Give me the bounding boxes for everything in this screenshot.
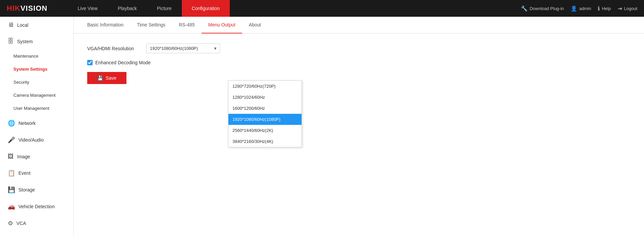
resolution-select-wrapper: 1280*720/60Hz(720P) 1280*1024/60Hz 1600*…	[146, 44, 220, 53]
enhanced-decoding-label: Enhanced Decoding Mode	[95, 60, 151, 65]
dropdown-item-4k[interactable]: 3840*2160/30Hz(4K)	[228, 136, 302, 147]
sidebar-item-system-settings[interactable]: System Settings	[0, 63, 73, 76]
nav-playback[interactable]: Playback	[108, 0, 147, 17]
sidebar-item-local[interactable]: 🖥 Local	[0, 17, 73, 33]
download-plugin-button[interactable]: 🔧 Download Plug-in	[521, 5, 564, 12]
help-icon: ℹ	[598, 5, 600, 12]
nav-configuration[interactable]: Configuration	[182, 0, 230, 17]
logout-button[interactable]: ⇥ Logout	[618, 5, 637, 12]
sidebar-item-face-picture-library[interactable]: 👤 Face Picture Library	[0, 232, 73, 236]
network-icon: 🌐	[8, 120, 15, 127]
dropdown-item-2k[interactable]: 2560*1440/60Hz(2K)	[228, 125, 302, 136]
tabs-bar: Basic Information Time Settings RS-485 M…	[74, 17, 644, 33]
help-button[interactable]: ℹ Help	[598, 5, 611, 12]
dropdown-item-1024[interactable]: 1280*1024/60Hz	[228, 92, 302, 103]
dropdown-item-1200[interactable]: 1600*1200/60Hz	[228, 103, 302, 114]
sidebar-item-event[interactable]: 📋 Event	[0, 165, 73, 181]
admin-button[interactable]: 👤 admin	[571, 5, 591, 12]
sidebar-item-maintenance[interactable]: Maintenance	[0, 50, 73, 63]
sidebar-item-vca[interactable]: ⚙ VCA	[0, 215, 73, 232]
resolution-row: VGA/HDMI Resolution 1280*720/60Hz(720P) …	[87, 44, 631, 53]
dropdown-item-720p[interactable]: 1280*720/60Hz(720P)	[228, 81, 302, 92]
tab-basic-information[interactable]: Basic Information	[80, 17, 130, 33]
sidebar-item-camera-management[interactable]: Camera Management	[0, 89, 73, 102]
form-area: VGA/HDMI Resolution 1280*720/60Hz(720P) …	[74, 33, 644, 94]
tab-rs485[interactable]: RS-485	[172, 17, 201, 33]
sidebar-item-video-audio[interactable]: 🎤 Video/Audio	[0, 132, 73, 148]
enhanced-decoding-checkbox[interactable]	[87, 60, 93, 65]
logo: HIKVISION	[7, 4, 47, 13]
sidebar-item-user-management[interactable]: User Management	[0, 102, 73, 115]
tab-time-settings[interactable]: Time Settings	[130, 17, 172, 33]
user-icon: 👤	[571, 5, 577, 12]
vca-icon: ⚙	[8, 220, 13, 227]
tab-about[interactable]: About	[242, 17, 268, 33]
nav-links: Live View Playback Picture Configuration	[67, 0, 521, 17]
nav-right: 🔧 Download Plug-in 👤 admin ℹ Help ⇥ Logo…	[521, 5, 637, 12]
resolution-label: VGA/HDMI Resolution	[87, 46, 141, 51]
sidebar-item-security[interactable]: Security	[0, 76, 73, 89]
main-layout: 🖥 Local 🗄 System Maintenance System Sett…	[0, 17, 644, 236]
nav-live-view[interactable]: Live View	[67, 0, 108, 17]
event-icon: 📋	[8, 169, 15, 177]
resolution-dropdown-overlay: 1280*720/60Hz(720P) 1280*1024/60Hz 1600*…	[228, 80, 302, 147]
sidebar-item-network[interactable]: 🌐 Network	[0, 115, 73, 132]
save-button[interactable]: 💾 Save	[87, 72, 126, 84]
storage-icon: 💾	[8, 186, 15, 193]
logout-icon: ⇥	[618, 5, 622, 12]
plugin-icon: 🔧	[521, 5, 528, 12]
top-navigation: HIKVISION Live View Playback Picture Con…	[0, 0, 644, 17]
resolution-select[interactable]: 1280*720/60Hz(720P) 1280*1024/60Hz 1600*…	[146, 44, 220, 53]
system-icon: 🗄	[8, 38, 14, 45]
nav-picture[interactable]: Picture	[147, 0, 182, 17]
enhanced-decoding-row: Enhanced Decoding Mode	[87, 60, 631, 65]
image-icon: 🖼	[8, 153, 14, 160]
sidebar-item-image[interactable]: 🖼 Image	[0, 148, 73, 165]
sidebar-item-storage[interactable]: 💾 Storage	[0, 181, 73, 198]
video-audio-icon: 🎤	[8, 136, 15, 144]
local-icon: 🖥	[8, 21, 14, 28]
tab-menu-output[interactable]: Menu Output	[202, 17, 242, 33]
dropdown-item-1080p[interactable]: 1920*1080/60Hz(1080P)	[228, 114, 302, 125]
content-area: Basic Information Time Settings RS-485 M…	[74, 17, 644, 236]
save-disk-icon: 💾	[97, 75, 103, 81]
vehicle-detection-icon: 🚗	[8, 203, 15, 210]
sidebar: 🖥 Local 🗄 System Maintenance System Sett…	[0, 17, 74, 236]
sidebar-item-vehicle-detection[interactable]: 🚗 Vehicle Detection	[0, 198, 73, 215]
sidebar-item-system[interactable]: 🗄 System	[0, 33, 73, 50]
